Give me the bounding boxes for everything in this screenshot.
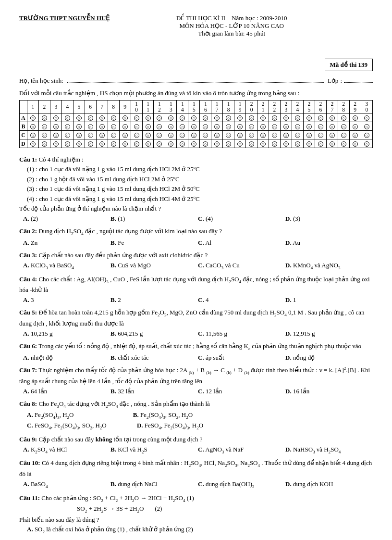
q1-question: Tốc độ của phản ứng ở thí nghiệm nào là … — [19, 205, 161, 212]
q2-C: C. Al — [198, 238, 285, 248]
A24: ○ — [292, 113, 303, 122]
question-3: Câu 3: Cặp chất nào sau đây đều phản ứng… — [19, 251, 373, 272]
A30: ○ — [361, 113, 372, 122]
exam-line3: Thời gian làm bài: 45 phút — [90, 30, 373, 38]
q5-C: C. 11,565 g — [198, 329, 285, 339]
A2: ○ — [38, 113, 50, 122]
col-6: 6 — [85, 100, 96, 113]
col-7: 7 — [96, 100, 108, 113]
q7-title: Câu 7: — [19, 366, 37, 374]
q6-B: B. chất xúc tác — [110, 353, 198, 363]
A23: ○ — [280, 113, 292, 122]
col-15: 15 — [188, 100, 200, 113]
A4: ○ — [61, 113, 73, 122]
q10-answers: A. BaSO4 B. dung dịch NaCl C. dung dịch … — [19, 479, 373, 490]
q1-answers: A. (2) B. (1) C. (4) D. (3) — [19, 214, 373, 224]
q7-D: D. 16 lần — [285, 387, 373, 396]
row-B: B ○ ○ ○ ○ ○ ○ ○ ○ ○ ○ ○ ○ ○ ○ ○ ○ ○ ○ ○ … — [20, 122, 373, 131]
A26: ○ — [315, 113, 326, 122]
q10-text: Có 4 dung dịch đựng riêng biệt trong 4 b… — [19, 459, 372, 477]
q10-title: Câu 10: — [19, 459, 40, 466]
q5-text: Để hòa tan hoàn toàn 4,215 g hỗn hợp gồm… — [19, 309, 365, 327]
q2-answers: A. Zn B. Fe C. Al D. Au — [19, 238, 373, 248]
col-2: 2 — [38, 100, 50, 113]
A18: ○ — [223, 113, 234, 122]
exam-line1: ĐỀ THI HỌC KÌ II – Năm học : 2009-2010 — [90, 14, 373, 22]
q6-C: C. áp suất — [198, 353, 285, 363]
q1-C: C. (4) — [198, 214, 285, 224]
col-22: 22 — [269, 100, 281, 113]
q4-C: C. 4 — [198, 295, 285, 305]
col-25: 25 — [303, 100, 315, 113]
q8-title: Câu 8: — [19, 400, 37, 407]
q9-A: A. K2SO4 và HCl — [23, 445, 110, 456]
col-19: 19 — [234, 100, 246, 113]
q5-answers: A. 10,215 g B. 604,215 g C. 11,565 g D. … — [19, 329, 373, 339]
col-14: 14 — [177, 100, 188, 113]
q9-title: Câu 9: — [19, 436, 37, 443]
q2-B: B. Fe — [110, 238, 198, 248]
A3: ○ — [50, 113, 61, 122]
A25: ○ — [303, 113, 315, 122]
A22: ○ — [269, 113, 281, 122]
row-A: A ○ ○ ○ ○ ○ ○ ○ ○ ○ ○ ○ ○ ○ ○ ○ ○ ○ ○ ○ … — [20, 113, 373, 122]
A1: ○ — [27, 113, 39, 122]
ma-de-row: Mã đề thi 139 — [19, 39, 373, 71]
q11-reaction2: SO2 + 2H2S → 3S + 2H2O (2) — [19, 505, 162, 512]
question-7: Câu 7: Thực nghiệm cho thấy tốc độ của p… — [19, 365, 373, 396]
A14: ○ — [177, 113, 188, 122]
q9-C: C. AgNO3 và NaF — [198, 445, 285, 456]
q10-B: B. dung dịch NaCl — [110, 479, 198, 490]
row-B-label: B — [20, 122, 27, 131]
q8-B: B. Fe2(SO4)3, SO2, H2O — [133, 411, 193, 418]
col-10: 10 — [131, 100, 142, 113]
exam-line2: MÔN HÓA HỌC - LỚP 10 NÂNG CAO — [90, 22, 373, 30]
A21: ○ — [257, 113, 269, 122]
q7-text: Thực nghiệm cho thấy tốc độ của phản ứng… — [19, 366, 370, 385]
q1-A: A. (2) — [23, 214, 110, 224]
q3-B: B. CuS và MgO — [110, 261, 198, 272]
col-26: 26 — [315, 100, 326, 113]
col-11: 11 — [142, 100, 154, 113]
q2-text: Dung dịch H2SO4 đặc , nguội tác dụng đượ… — [38, 227, 222, 235]
col-9: 9 — [119, 100, 131, 113]
col-27: 27 — [326, 100, 338, 113]
q11-A: A. SO2 là chất oxi hóa ở phản ứng (1) , … — [19, 526, 193, 533]
q3-A: A. KClO3 và BaSO4 — [23, 261, 110, 272]
q6-D: D. nồng độ — [285, 353, 373, 363]
student-label: Họ, tên học sinh: — [19, 77, 63, 85]
A13: ○ — [165, 113, 177, 122]
q6-A: A. nhiệt độ — [23, 353, 110, 363]
A12: ○ — [154, 113, 165, 122]
question-1: Câu 1: Có 4 thí nghiệm : (1) : cho 1 cục… — [19, 155, 373, 224]
A28: ○ — [338, 113, 349, 122]
q7-C: C. 12 lần — [198, 387, 285, 396]
q8-D: D. FeSO4, Fe2(SO4)3, H2O — [137, 422, 203, 429]
q7-A: A. 64 lần — [23, 387, 110, 396]
col-3: 3 — [50, 100, 61, 113]
q8-A: A. Fe2(SO4)3, H2O — [19, 411, 74, 418]
q5-title: Câu 5: — [19, 309, 37, 316]
q1-exp2: (2) : cho 1 g bột đá vôi vào 15 ml dung … — [19, 176, 180, 183]
A8: ○ — [108, 113, 119, 122]
q3-C: C. CaCO3 và Cu — [198, 261, 285, 272]
questions-section: Câu 1: Có 4 thí nghiệm : (1) : cho 1 cục… — [19, 155, 373, 535]
q1-text: Có 4 thí nghiệm : — [38, 156, 83, 163]
col-18: 18 — [223, 100, 234, 113]
q1-exp1: (1) : cho 1 cục đá vôi nặng 1 g vào 15 m… — [19, 165, 200, 173]
col-20: 20 — [246, 100, 257, 113]
question-5: Câu 5: Để hòa tan hoàn toàn 4,215 g hỗn … — [19, 308, 373, 339]
question-9: Câu 9: Cặp chất nào sau đây không tồn tạ… — [19, 435, 373, 456]
q9-answers: A. K2SO4 và HCl B. KCl và H2S C. AgNO3 v… — [19, 445, 373, 456]
col-4: 4 — [61, 100, 73, 113]
A17: ○ — [211, 113, 223, 122]
q1-B: B. (1) — [110, 214, 198, 224]
q10-C: C. dung dịch Ba(OH)2 — [198, 479, 285, 490]
col-8: 8 — [108, 100, 119, 113]
A5: ○ — [73, 113, 85, 122]
lop-dots — [344, 76, 373, 83]
student-info: Họ, tên học sinh: Lớp : — [19, 76, 373, 85]
q3-text: Cặp chất nào sau đây đều phản ứng được v… — [38, 251, 208, 259]
q8-text: Cho Fe3O4 tác dụng với H2SO4 đặc , nóng … — [38, 400, 209, 407]
ma-de-box: Mã đề thi 139 — [325, 59, 373, 71]
